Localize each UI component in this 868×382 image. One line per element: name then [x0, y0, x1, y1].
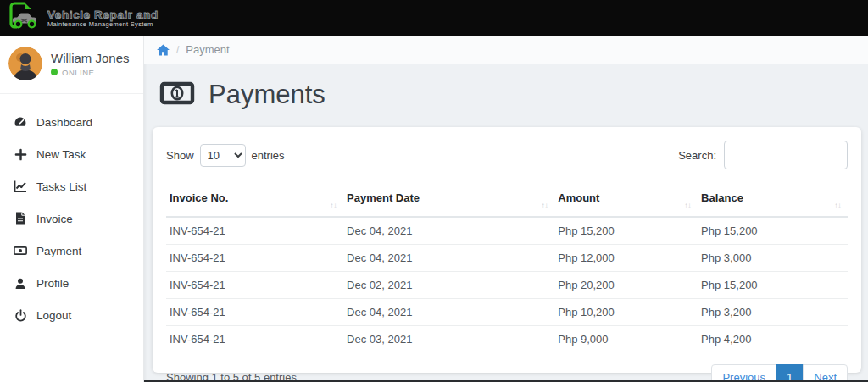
sidebar-item-label: Logout	[36, 309, 71, 322]
user-icon	[14, 276, 27, 290]
sidebar-item-profile[interactable]: Profile	[0, 267, 143, 299]
sidebar-nav: Dashboard New Task	[0, 94, 143, 331]
user-status: ONLINE	[51, 68, 130, 77]
home-icon[interactable]	[157, 44, 170, 56]
sidebar-item-label: Profile	[36, 277, 69, 290]
sort-icon	[684, 201, 691, 210]
column-header-balance[interactable]: Balance	[698, 188, 848, 217]
sidebar-item-dashboard[interactable]: Dashboard	[0, 106, 143, 138]
online-label: ONLINE	[62, 68, 94, 77]
sidebar-item-label: Tasks List	[36, 180, 86, 193]
table-cell: INV-654-21	[166, 326, 343, 353]
content: Payments Show 10 entries Search:	[144, 64, 868, 382]
tachometer-icon	[14, 115, 27, 129]
top-navbar: Vehicle Repair and Maintenance Managemen…	[0, 0, 868, 36]
table-body: INV-654-21Dec 04, 2021Php 15,200Php 15,2…	[166, 217, 848, 352]
sidebar-item-payment[interactable]: Payment	[0, 235, 143, 267]
sidebar-item-label: Payment	[36, 245, 81, 257]
table-cell: Php 12,000	[554, 245, 698, 272]
search-label: Search:	[678, 149, 716, 162]
sort-icon	[834, 201, 841, 210]
plus-icon	[14, 147, 27, 161]
user-name: William Jones	[51, 51, 130, 65]
table-cell: Dec 04, 2021	[343, 245, 554, 272]
column-header-invoice-no[interactable]: Invoice No.	[166, 188, 343, 217]
sidebar-item-logout[interactable]: Logout	[0, 299, 143, 331]
table-cell: Php 20,200	[554, 272, 698, 299]
sidebar-item-new-task[interactable]: New Task	[0, 138, 143, 170]
app-logo[interactable]: Vehicle Repair and Maintenance Managemen…	[5, 0, 159, 36]
breadcrumb: / Payment	[144, 36, 868, 64]
table-cell: Dec 02, 2021	[343, 272, 554, 299]
breadcrumb-separator: /	[176, 44, 179, 56]
file-icon	[14, 212, 27, 225]
brand-subtitle: Maintenance Management System	[47, 21, 159, 28]
page-title: Payments	[209, 80, 326, 110]
table-cell: Php 15,200	[698, 217, 848, 245]
table-cell: INV-654-21	[166, 245, 343, 272]
brand-title: Vehicle Repair and	[47, 9, 159, 21]
previous-page-button[interactable]: Previous	[711, 364, 776, 382]
table-row: INV-654-21Dec 03, 2021Php 9,000Php 4,200	[166, 326, 848, 353]
power-off-icon	[14, 308, 27, 322]
page-header: Payments	[159, 80, 861, 110]
page-number-button[interactable]: 1	[776, 364, 804, 382]
money-bill-icon	[14, 244, 27, 257]
table-toolbar: Show 10 entries Search:	[166, 141, 848, 169]
sidebar-item-label: New Task	[36, 148, 86, 161]
sidebar-item-tasks-list[interactable]: Tasks List	[0, 170, 143, 202]
table-row: INV-654-21Dec 02, 2021Php 20,200Php 15,2…	[166, 272, 848, 299]
column-header-payment-date[interactable]: Payment Date	[343, 188, 554, 217]
table-row: INV-654-21Dec 04, 2021Php 15,200Php 15,2…	[166, 217, 848, 245]
sort-icon	[330, 201, 337, 210]
table-cell: INV-654-21	[166, 217, 343, 245]
search-input[interactable]	[724, 141, 848, 169]
pagination: Previous 1 Next	[711, 364, 848, 382]
page-size-select[interactable]: 10	[200, 144, 246, 167]
online-dot-icon	[51, 69, 58, 75]
next-page-button[interactable]: Next	[803, 364, 848, 382]
entries-info: Showing 1 to 5 of 5 entries	[166, 371, 297, 382]
table-cell: Dec 03, 2021	[343, 326, 554, 353]
table-cell: Php 15,200	[698, 272, 848, 299]
money-bill-icon	[159, 80, 195, 110]
table-cell: Php 15,200	[554, 217, 698, 245]
search-control: Search:	[678, 141, 848, 169]
table-row: INV-654-21Dec 04, 2021Php 12,000Php 3,00…	[166, 245, 848, 272]
table-cell: Php 9,000	[554, 326, 698, 353]
sidebar: William Jones ONLINE Dashboard	[0, 36, 144, 382]
table-header-row: Invoice No. Payment Date Amount Balance	[166, 188, 848, 217]
table-cell: INV-654-21	[166, 299, 343, 326]
breadcrumb-page: Payment	[186, 43, 229, 56]
table-cell: Php 10,200	[554, 299, 698, 326]
chart-line-icon	[14, 180, 27, 193]
column-header-amount[interactable]: Amount	[554, 188, 698, 217]
table-cell: Dec 04, 2021	[343, 217, 554, 245]
sidebar-item-label: Invoice	[36, 213, 73, 225]
sidebar-item-label: Dashboard	[36, 116, 92, 129]
avatar	[8, 47, 42, 80]
entries-label: entries	[252, 149, 285, 162]
payments-table: Invoice No. Payment Date Amount Balance	[166, 188, 848, 352]
table-cell: Php 3,000	[698, 245, 848, 272]
table-cell: Php 4,200	[698, 326, 848, 353]
show-entries-control: Show 10 entries	[166, 144, 285, 167]
table-row: INV-654-21Dec 04, 2021Php 10,200Php 3,20…	[166, 299, 848, 326]
sort-icon	[541, 201, 548, 210]
show-label: Show	[166, 149, 194, 162]
sidebar-item-invoice[interactable]: Invoice	[0, 202, 143, 235]
vehicle-logo-icon	[5, 0, 44, 36]
main-area: / Payment Payments Show	[144, 36, 868, 382]
payments-card: Show 10 entries Search:	[153, 127, 861, 373]
table-cell: INV-654-21	[166, 272, 343, 299]
table-cell: Php 3,200	[698, 299, 848, 326]
table-cell: Dec 04, 2021	[343, 299, 554, 326]
user-panel: William Jones ONLINE	[0, 36, 143, 94]
table-footer: Showing 1 to 5 of 5 entries Previous 1 N…	[166, 364, 848, 382]
